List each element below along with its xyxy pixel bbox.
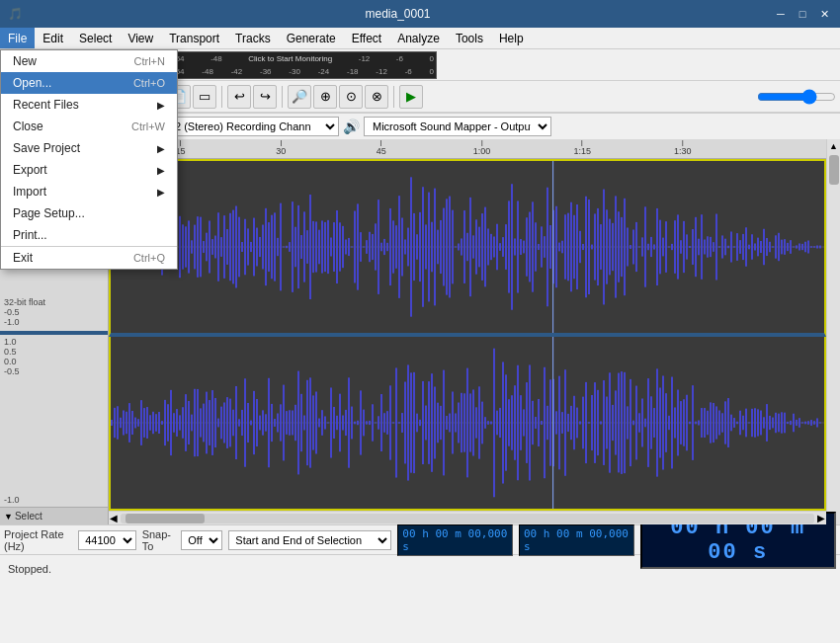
scrollbar-thumb[interactable] [126,514,205,523]
menu-analyze[interactable]: Analyze [389,28,448,48]
window-controls: ─ □ ✕ [773,6,832,22]
menu-select[interactable]: Select [71,28,120,48]
menu-edit[interactable]: Edit [35,28,71,48]
zoom-full-button[interactable]: ⊙ [339,85,363,109]
toolbar-separator-5 [282,86,283,108]
menu-recent-files-arrow: ▶ [157,100,165,111]
menu-effect[interactable]: Effect [344,28,389,48]
maximize-button[interactable]: □ [795,6,810,22]
menu-save-project[interactable]: Save Project ▶ [1,137,177,159]
level-meter: L -54 -48 Click to Start Monitoring -12 … [160,51,437,79]
minimize-button[interactable]: ─ [773,6,789,22]
file-dropdown: New Ctrl+N Open... Ctrl+O Recent Files ▶… [0,49,178,270]
meter-bar-R: -54 -48 -42 -36 -30 -24 -18 -12 -6 0 [171,65,436,78]
menu-import-arrow: ▶ [157,187,165,198]
menu-generate[interactable]: Generate [279,28,344,48]
menu-new[interactable]: New Ctrl+N [1,50,177,72]
horizontal-scrollbar[interactable]: ◀ ▶ [109,511,826,524]
scrollbar-track[interactable] [121,514,814,523]
app-icon: 🎵 [8,7,23,21]
meter-scale-top: -54 -48 Click to Start Monitoring -12 -6… [171,54,436,63]
toolbar-separator-6 [393,86,394,108]
snap-to-select[interactable]: Off [181,530,222,550]
meter-scale-bottom: -54 -48 -42 -36 -30 -24 -18 -12 -6 0 [171,67,436,76]
toolbar-separator-4 [221,86,222,108]
menu-transport[interactable]: Transport [161,28,227,48]
select-indicator: ▼ Select [0,507,108,524]
menu-exit[interactable]: Exit Ctrl+Q [1,246,177,269]
menu-page-setup-label: Page Setup... [13,206,85,220]
vertical-scrollbar[interactable]: ▲ ▼ [826,139,840,524]
waveform-top[interactable] [109,159,826,337]
status-text: Stopped. [8,563,51,575]
menu-print[interactable]: Print... [1,224,177,246]
scroll-up-button[interactable]: ▲ [827,139,840,153]
menu-import[interactable]: Import ▶ [1,181,177,202]
snap-to-label: Snap-To [142,528,176,552]
close-button[interactable]: ✕ [816,6,832,22]
menu-recent-files-label: Recent Files [13,98,79,112]
waveform-display [109,159,826,511]
menu-import-label: Import [13,185,46,199]
zoom-out-button[interactable]: 🔎 [288,85,311,109]
menu-export-arrow: ▶ [157,165,165,176]
menu-export[interactable]: Export ▶ [1,159,177,181]
menu-page-setup[interactable]: Page Setup... [1,202,177,224]
menu-tools[interactable]: Tools [448,28,491,48]
ruler-mark-130: 1:30 [674,140,692,156]
ruler-mark-115: 1:15 [573,140,591,156]
menu-new-shortcut: Ctrl+N [134,55,165,67]
channels-select[interactable]: 2 (Stereo) Recording Chann [166,117,339,136]
scroll-right-button[interactable]: ▶ [816,513,826,523]
ruler-mark-100: 1:00 [473,140,491,156]
waveform-top-canvas [111,161,824,333]
menu-view[interactable]: View [120,28,161,48]
speaker-icon: 🔊 [343,119,360,134]
output-device-select[interactable]: Microsoft Sound Mapper - Output [364,117,551,136]
ruler-inner: 15 30 45 1:00 1:15 [109,139,826,156]
meter-row-L: L -54 -48 Click to Start Monitoring -12 … [161,52,436,65]
menu-recent-files[interactable]: Recent Files ▶ [1,94,177,116]
vscroll-thumb[interactable] [829,155,839,185]
menu-save-project-arrow: ▶ [157,143,165,154]
project-rate-label: Project Rate (Hz) [4,528,72,552]
menu-close-label: Close [13,120,43,133]
waveform-bottom[interactable] [109,337,826,511]
start-time-input[interactable]: 00 h 00 m 00,000 s [397,524,513,556]
menubar: File Edit Select View Transport Tracks G… [0,28,840,49]
end-time-input[interactable]: 00 h 00 m 00,000 s [519,524,634,556]
scroll-left-button[interactable]: ◀ [109,513,119,523]
menu-open[interactable]: Open... Ctrl+O [1,72,177,94]
menu-file[interactable]: File [0,28,35,48]
track-bit-depth: 32-bit float [4,297,104,307]
menu-export-label: Export [13,163,47,177]
track-val-3: 1.0 [4,337,104,347]
menu-exit-label: Exit [13,251,33,265]
menu-close[interactable]: Close Ctrl+W [1,116,177,137]
play-button[interactable]: ▶ [399,85,423,109]
selection-mode-select[interactable]: Start and End of Selection [228,530,391,550]
track-val-5: 0.0 [4,357,104,366]
menu-print-label: Print... [13,228,47,242]
zoom-normal-button[interactable]: ⊕ [313,85,337,109]
vscroll-track[interactable] [827,153,840,511]
menu-tracks[interactable]: Tracks [227,28,279,48]
playback-slider[interactable] [757,90,836,104]
menu-open-label: Open... [13,76,51,90]
track-val-6: -0.5 [4,366,104,376]
select-label: Select [15,511,42,522]
silence-button[interactable]: ▭ [193,85,216,109]
project-rate-select[interactable]: 44100 [78,530,135,550]
menu-exit-shortcut: Ctrl+Q [133,252,165,264]
track-bottom-panel: 1.0 0.5 0.0 -0.5 -1.0 [0,335,108,507]
statusbar-status: Stopped. [0,555,840,582]
track-val-4: 0.5 [4,347,104,357]
meter-row-R: R -54 -48 -42 -36 -30 -24 -18 -12 -6 0 [161,65,436,78]
menu-save-project-label: Save Project [13,141,80,155]
undo-button[interactable]: ↩ [227,85,251,109]
redo-button[interactable]: ↪ [253,85,277,109]
menu-help[interactable]: Help [491,28,532,48]
track-info-bottom: 1.0 0.5 0.0 -0.5 -1.0 [0,335,108,507]
zoom-sel2-button[interactable]: ⊗ [365,85,388,109]
waveform-bottom-canvas [111,337,824,509]
